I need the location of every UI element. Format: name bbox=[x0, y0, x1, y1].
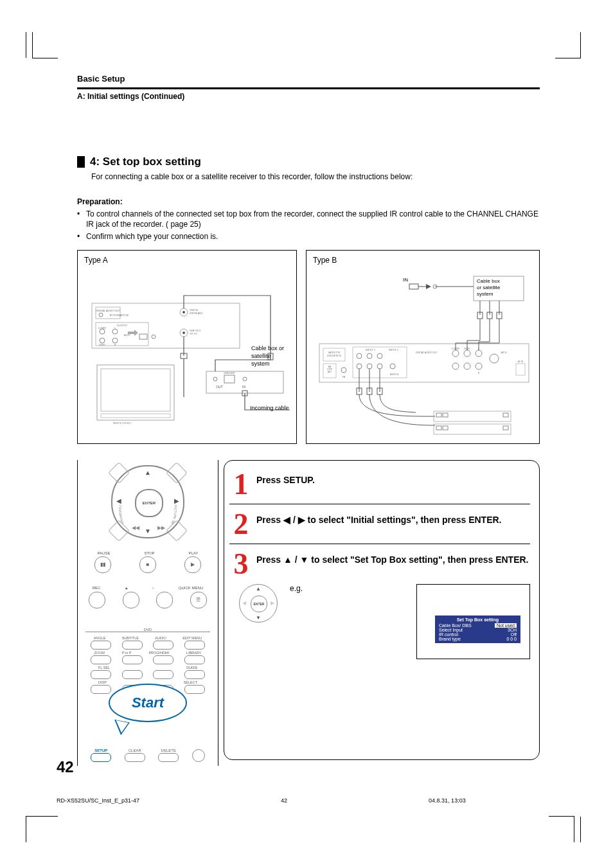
svg-point-59 bbox=[341, 368, 346, 373]
svg-point-75 bbox=[464, 350, 470, 357]
svg-rect-85 bbox=[516, 364, 525, 375]
step-3: 3 Press ▲ / ▼ to select "Set Top Box set… bbox=[229, 547, 530, 581]
example-label: e.g. bbox=[290, 584, 303, 593]
list-item: To control channels of the connected set… bbox=[77, 209, 540, 229]
header-rule bbox=[77, 87, 540, 89]
svg-text:Cable box: Cable box bbox=[477, 278, 500, 284]
subsection-header: A: Initial settings (Continued) bbox=[77, 92, 540, 101]
osd-row: IR controlOff bbox=[438, 632, 518, 637]
svg-point-66 bbox=[377, 353, 382, 359]
arrow-right-icon: ▶ bbox=[174, 497, 179, 504]
arrow-down-icon: ▼ bbox=[145, 527, 151, 535]
step-number: 3 bbox=[229, 551, 253, 577]
svg-text:IN: IN bbox=[242, 385, 245, 389]
svg-text:S-VIDEO: S-VIDEO bbox=[98, 327, 107, 330]
svg-rect-95 bbox=[443, 413, 448, 417]
corner-icon bbox=[166, 462, 188, 484]
svg-point-68 bbox=[367, 364, 372, 369]
svg-text:AUDIO IN: AUDIO IN bbox=[390, 373, 398, 376]
svg-rect-29 bbox=[101, 414, 170, 418]
diagram-type-b: Type B Cable box or satellite system IN bbox=[306, 250, 540, 444]
svg-text:DISCRETE IR: DISCRETE IR bbox=[327, 355, 342, 357]
corner-icon bbox=[108, 462, 130, 484]
svg-point-17 bbox=[152, 335, 155, 339]
svg-text:satellite: satellite bbox=[251, 353, 271, 359]
svg-text:R: R bbox=[114, 344, 116, 346]
svg-point-79 bbox=[452, 363, 459, 369]
step-1: 1 Press SETUP. bbox=[229, 467, 530, 501]
svg-text:SAT IN: SAT IN bbox=[501, 351, 506, 354]
svg-text:Cable box or: Cable box or bbox=[251, 345, 284, 351]
osd-row: Cable Box/ DBSNot used bbox=[438, 623, 518, 628]
svg-point-7 bbox=[100, 329, 105, 334]
section-header: Basic Setup bbox=[77, 74, 540, 84]
star-button bbox=[123, 592, 139, 608]
page-number: 42 bbox=[57, 758, 74, 776]
svg-text:DIGITAL AUDIO OUT: DIGITAL AUDIO OUT bbox=[416, 351, 438, 354]
osd-screen: Set Top Box setting Cable Box/ DBSNot us… bbox=[416, 584, 530, 659]
svg-rect-97 bbox=[434, 424, 511, 434]
svg-text:R: R bbox=[478, 372, 480, 375]
svg-point-67 bbox=[357, 364, 362, 369]
heading: 4: Set top box setting bbox=[90, 155, 201, 168]
svg-text:VHF/UHF: VHF/UHF bbox=[224, 371, 235, 375]
step-2: 2 Press ◀ / ▶ to select "Initial setting… bbox=[229, 507, 530, 541]
footer-page: 42 bbox=[281, 797, 287, 804]
svg-text:REMOTE CONTROL: REMOTE CONTROL bbox=[113, 422, 132, 425]
start-callout: Start bbox=[109, 684, 184, 729]
preparation-title: Preparation: bbox=[77, 197, 540, 206]
svg-rect-16 bbox=[139, 334, 147, 339]
intro-text: For connecting a cable box or a satellit… bbox=[91, 172, 540, 181]
svg-rect-51 bbox=[319, 344, 529, 382]
svg-text:OUT: OUT bbox=[216, 385, 223, 389]
osd-row: Select Input3CH bbox=[438, 628, 518, 632]
svg-text:TO TV: TO TV bbox=[190, 332, 197, 335]
svg-rect-100 bbox=[503, 426, 508, 430]
step-text: Press ◀ / ▶ to select "Initial settings"… bbox=[256, 511, 530, 526]
svg-point-13 bbox=[112, 338, 118, 343]
svg-text:BITSTREAM
PCM: BITSTREAM PCM bbox=[110, 314, 129, 317]
footer-timestamp: 04.8.31, 13:03 bbox=[429, 797, 466, 804]
circle-button bbox=[156, 592, 173, 608]
svg-point-69 bbox=[377, 364, 382, 369]
svg-point-11 bbox=[112, 329, 118, 334]
heading-marker bbox=[77, 156, 85, 168]
svg-point-70 bbox=[390, 364, 395, 369]
svg-text:INPUT 1: INPUT 1 bbox=[366, 348, 376, 351]
preparation-list: To control channels of the connected set… bbox=[77, 209, 540, 242]
svg-text:VIDEO: VIDEO bbox=[99, 344, 105, 346]
footer-file: RD-XS52SU/SC_Inst_E_p31-47 bbox=[57, 797, 139, 804]
pause-button: ▮▮ bbox=[94, 556, 111, 573]
play-button: ▶ bbox=[184, 556, 201, 573]
svg-rect-96 bbox=[503, 413, 508, 417]
step-number: 2 bbox=[229, 511, 253, 537]
list-item: Confirm which type your connection is. bbox=[77, 231, 540, 242]
svg-text:INPUT 2: INPUT 2 bbox=[389, 348, 399, 351]
svg-rect-98 bbox=[436, 426, 441, 430]
svg-text:FROM ANT: FROM ANT bbox=[190, 312, 203, 315]
svg-rect-99 bbox=[443, 426, 448, 430]
svg-point-65 bbox=[367, 353, 372, 359]
setup-label: SETUP bbox=[94, 748, 107, 752]
stop-button: ■ bbox=[139, 556, 156, 573]
svg-rect-31 bbox=[206, 371, 283, 393]
quickmenu-button: ☰ bbox=[190, 592, 207, 608]
svg-point-81 bbox=[475, 363, 482, 369]
diagram-type-a: Type A DIGITAL AUDIO OUT BITSTREAM PCM O… bbox=[77, 250, 297, 444]
svg-text:IN: IN bbox=[403, 277, 408, 283]
corner-icon bbox=[166, 520, 188, 542]
remote-dpad: ▲ ▼ ◀ ▶ ENTER FRAME/ADJUST PICTURE SEARC… bbox=[111, 465, 184, 538]
svg-point-19 bbox=[182, 311, 185, 314]
corner-icon bbox=[108, 520, 130, 542]
svg-text:▶▶: ▶▶ bbox=[157, 525, 166, 531]
arrow-left-icon: ◀ bbox=[116, 497, 121, 504]
mini-dpad: ▲ ▼ ◀ ▶ ENTER bbox=[238, 584, 278, 635]
svg-point-33 bbox=[243, 377, 247, 381]
svg-text:Incoming cable: Incoming cable bbox=[250, 405, 289, 411]
svg-point-83 bbox=[490, 354, 499, 363]
osd-title: Set Top Box setting bbox=[438, 617, 518, 622]
svg-point-73 bbox=[452, 350, 459, 357]
dvd-label: DVD bbox=[140, 628, 156, 632]
steps-panel: 1 Press SETUP. 2 Press ◀ / ▶ to select "… bbox=[224, 460, 540, 760]
svg-text:AC IN: AC IN bbox=[518, 360, 523, 363]
